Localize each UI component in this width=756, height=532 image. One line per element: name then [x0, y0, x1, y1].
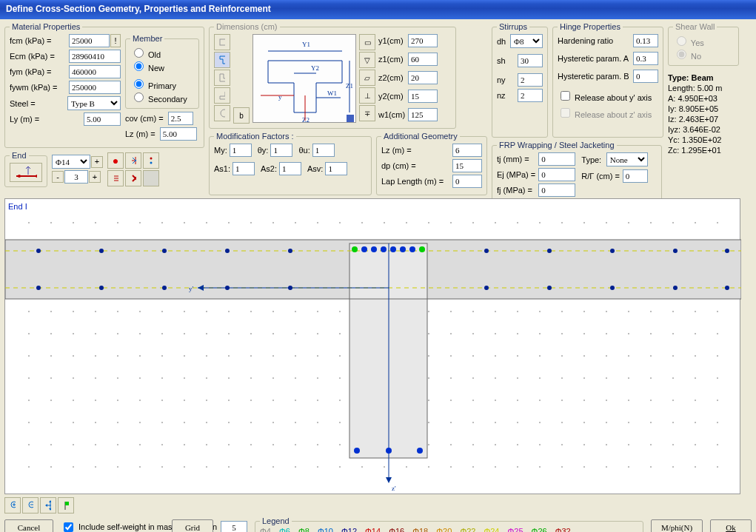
fj-input[interactable]	[538, 183, 575, 197]
ha-input[interactable]	[633, 52, 658, 65]
tool-x-cross[interactable]	[125, 170, 141, 186]
ha-label: Hysteretic param. A	[558, 54, 629, 63]
shape-l2[interactable]	[214, 87, 230, 104]
flag-button[interactable]	[58, 497, 74, 514]
thu-input[interactable]	[312, 144, 335, 157]
svg-point-2	[36, 175, 37, 178]
ok-button[interactable]: Ok	[710, 519, 752, 533]
shape-l[interactable]	[214, 70, 230, 86]
ly-input[interactable]	[84, 112, 121, 126]
tool-red-dot[interactable]: ●	[107, 152, 124, 169]
member-primary[interactable]: Primary	[130, 81, 176, 90]
tool-red-lines[interactable]	[107, 170, 124, 186]
dim-y2-icon[interactable]: ⊥	[359, 87, 375, 104]
hb-input[interactable]	[633, 70, 658, 83]
mphi-button[interactable]: M/phi(N)	[651, 519, 703, 533]
svg-point-47	[99, 249, 104, 253]
asv-input[interactable]	[325, 162, 347, 175]
rebar-minus-button[interactable]: -	[52, 171, 64, 183]
dh-select[interactable]: Φ8	[510, 34, 543, 48]
w1-input[interactable]	[408, 108, 438, 121]
svg-rect-81	[65, 502, 69, 505]
nz-label: nz	[497, 91, 506, 100]
addgeom-legend: Additional Geometry	[381, 132, 460, 141]
cov-input[interactable]	[168, 112, 193, 125]
z2-input[interactable]	[408, 71, 438, 84]
svg-point-50	[288, 249, 292, 253]
y2-input[interactable]	[408, 90, 438, 103]
dim-z1-icon[interactable]: ▽	[359, 52, 375, 68]
rebar-diameter-select[interactable]: Φ14	[52, 155, 90, 169]
rely-check[interactable]: Release about y' axis	[558, 93, 652, 102]
tool-disabled	[143, 170, 159, 186]
grid-value-input[interactable]	[221, 521, 247, 533]
shape-tee-selected[interactable]	[214, 52, 230, 68]
my-input[interactable]	[230, 144, 252, 157]
shearwall-group: Shear Wall Yes No	[668, 22, 739, 66]
fcm-label: fcm (kPa) =	[10, 36, 52, 45]
svg-point-52	[547, 249, 552, 253]
tool-grid-dots[interactable]	[143, 152, 159, 169]
shape-circle[interactable]	[214, 105, 230, 121]
thy-input[interactable]	[270, 144, 292, 157]
rebar-count-input[interactable]	[64, 170, 88, 183]
svg-point-56	[36, 286, 41, 290]
fcm-input[interactable]	[69, 34, 110, 47]
as2-input[interactable]	[279, 162, 301, 175]
material-properties-group: Material Properties fcm (kPa) = ! Ecm (k…	[4, 22, 204, 148]
addgeom-lz-label: Lz (m) =	[381, 146, 412, 155]
rg-input[interactable]	[623, 169, 648, 183]
lap-input[interactable]	[452, 175, 482, 188]
w1-label: w1(cm)	[378, 110, 405, 119]
lz-input-top[interactable]	[160, 127, 197, 141]
steel-select[interactable]: Type B	[67, 96, 121, 110]
b-button[interactable]: b	[233, 107, 250, 124]
nz-input[interactable]	[518, 89, 543, 102]
member-secondary[interactable]: Secondary	[130, 95, 187, 104]
hard-input[interactable]	[633, 34, 658, 47]
frp-group: FRP Wrapping / Steel Jacketing tj (mm) =…	[492, 141, 662, 204]
z1-input[interactable]	[408, 53, 438, 66]
shape-rect[interactable]	[214, 34, 230, 50]
end-section-button[interactable]	[10, 163, 42, 182]
dim-w1-icon[interactable]: ∓	[359, 105, 375, 121]
svg-point-43	[400, 246, 406, 252]
dp-input[interactable]	[452, 159, 482, 172]
dh-label: dh	[497, 37, 506, 46]
tool-arrows-cross[interactable]	[125, 152, 141, 169]
cancel-button[interactable]: Cancel	[4, 519, 53, 533]
dim-z2-icon[interactable]: ▱	[359, 70, 375, 86]
ny-input[interactable]	[518, 73, 543, 87]
pan-button[interactable]	[40, 497, 56, 514]
grid-button[interactable]: Grid	[172, 519, 213, 533]
rebar-plus-button[interactable]: +	[91, 156, 103, 168]
zoom-out-button[interactable]	[22, 497, 39, 514]
frp-type-select[interactable]: None	[606, 152, 648, 166]
rebar-plus2-button[interactable]: +	[89, 171, 101, 183]
include-selfweight-check[interactable]: Include self-weight in mass calculation	[61, 520, 164, 532]
y1-input[interactable]	[408, 34, 438, 47]
fym-input[interactable]	[69, 65, 121, 78]
legend-phi10: Φ10	[318, 527, 333, 532]
as1-input[interactable]	[233, 162, 255, 175]
modfactors-group: Modification Factors : My: θy: θu: As1: …	[209, 132, 372, 195]
ej-label: Ej (MPa) =	[497, 170, 535, 179]
as1-label: As1:	[214, 164, 230, 173]
legend-phi18: Φ18	[412, 527, 428, 532]
ecm-input[interactable]	[69, 50, 121, 63]
svg-point-53	[610, 249, 615, 253]
section-canvas[interactable]: End I y' z'	[4, 198, 740, 494]
fywm-input[interactable]	[69, 81, 121, 94]
svg-text:z': z'	[392, 485, 396, 492]
ej-input[interactable]	[538, 168, 575, 181]
dim-y1-icon[interactable]: ▭	[359, 34, 375, 50]
zoom-in-button[interactable]	[4, 497, 21, 514]
fcm-info-button[interactable]: !	[110, 34, 121, 47]
member-new[interactable]: New	[130, 64, 164, 73]
addgeom-lz-input[interactable]	[452, 144, 482, 157]
end-i-label: End I	[8, 202, 27, 211]
tj-input[interactable]	[538, 152, 575, 166]
member-old[interactable]: Old	[130, 50, 161, 59]
sh-input[interactable]	[518, 54, 543, 67]
ny-label: ny	[497, 75, 506, 84]
